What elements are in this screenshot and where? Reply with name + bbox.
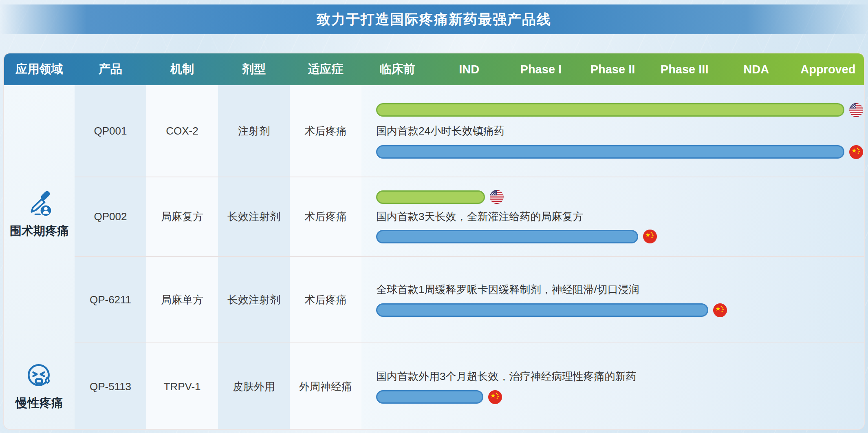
table-row-qp002: QP002 局麻复方 长效注射剂 术后疼痛 国内首款3天长效，全新灌注给药的局麻… bbox=[75, 177, 865, 256]
product-cell: QP001 bbox=[75, 85, 146, 177]
cn-flag-icon bbox=[849, 145, 863, 159]
title-banner: 致力于打造国际疼痛新药最强产品线 bbox=[0, 4, 868, 34]
progress-bar-cn bbox=[376, 230, 638, 243]
progress-bar-cn bbox=[376, 390, 483, 404]
table-row-qp001: QP001 COX-2 注射剂 术后疼痛 国内首款24小时长效镇痛药 bbox=[75, 85, 865, 177]
progress-bar-cn bbox=[376, 145, 844, 159]
table-header-row: 应用领域 产品 机制 剂型 适应症 临床前 IND Phase I Phase … bbox=[4, 53, 864, 85]
application-field-column: 围术期疼痛 慢性疼痛 bbox=[4, 85, 75, 430]
cn-flag-icon bbox=[643, 230, 657, 243]
product-description: 国内首款外用3个月超长效，治疗神经病理性疼痛的新药 bbox=[376, 369, 863, 384]
mechanism-cell: 局麻复方 bbox=[146, 177, 218, 256]
crying-face-icon bbox=[25, 361, 54, 390]
product-description: 国内首款3天长效，全新灌注给药的局麻复方 bbox=[376, 210, 863, 224]
dosage-form-cell: 注射剂 bbox=[218, 85, 290, 177]
product-cell: QP002 bbox=[75, 177, 146, 256]
mechanism-cell: TRPV-1 bbox=[146, 343, 218, 430]
table-body: 围术期疼痛 慢性疼痛 QP001 COX-2 注射剂 术后疼痛 bbox=[4, 85, 864, 430]
pipeline-rows: QP001 COX-2 注射剂 术后疼痛 国内首款24小时长效镇痛药 bbox=[75, 85, 865, 430]
indication-cell: 术后疼痛 bbox=[290, 85, 361, 177]
group-perioperative-pain: 围术期疼痛 bbox=[4, 85, 75, 342]
product-description: 全球首款1周缓释罗哌卡因缓释制剂，神经阻滞/切口浸润 bbox=[376, 283, 863, 297]
table-row-qp6211: QP-6211 局麻单方 长效注射剂 术后疼痛 全球首款1周缓释罗哌卡因缓释制剂… bbox=[75, 256, 865, 342]
progress-bar-cn bbox=[376, 303, 708, 317]
header-cell-application-field: 应用领域 bbox=[4, 61, 75, 77]
mechanism-cell: COX-2 bbox=[146, 85, 218, 177]
page-title: 致力于打造国际疼痛新药最强产品线 bbox=[317, 10, 551, 29]
group-label: 慢性疼痛 bbox=[16, 395, 63, 411]
dosage-form-cell: 长效注射剂 bbox=[218, 177, 290, 256]
group-label: 围术期疼痛 bbox=[10, 223, 69, 239]
indication-cell: 外周神经痛 bbox=[290, 343, 361, 430]
mechanism-cell: 局麻单方 bbox=[146, 257, 218, 342]
progress-bar-us bbox=[376, 103, 844, 117]
product-cell: QP-6211 bbox=[75, 257, 146, 342]
timeline-cell: 全球首款1周缓释罗哌卡因缓释制剂，神经阻滞/切口浸润 bbox=[361, 257, 865, 342]
header-cell-approved: Approved bbox=[792, 63, 864, 76]
timeline-cell: 国内首款外用3个月超长效，治疗神经病理性疼痛的新药 bbox=[361, 343, 865, 430]
header-cell-phase3: Phase III bbox=[649, 63, 720, 76]
product-description: 国内首款24小时长效镇痛药 bbox=[376, 124, 863, 138]
progress-bar-us bbox=[376, 190, 485, 204]
header-cell-indication: 适应症 bbox=[290, 61, 361, 77]
header-cell-phase1: Phase I bbox=[505, 63, 577, 76]
us-flag-icon bbox=[849, 103, 863, 117]
timeline-cell: 国内首款24小时长效镇痛药 bbox=[361, 85, 865, 177]
timeline-cell: 国内首款3天长效，全新灌注给药的局麻复方 bbox=[361, 177, 865, 256]
indication-cell: 术后疼痛 bbox=[290, 177, 361, 256]
progress-bar-line-us bbox=[376, 190, 863, 204]
cn-flag-icon bbox=[488, 390, 502, 404]
progress-bar-line-cn bbox=[376, 390, 863, 404]
progress-bar-line-cn bbox=[376, 230, 863, 243]
group-chronic-pain: 慢性疼痛 bbox=[4, 342, 75, 430]
dosage-form-cell: 皮肤外用 bbox=[218, 343, 290, 430]
header-cell-nda: NDA bbox=[720, 63, 792, 76]
pipeline-table: 应用领域 产品 机制 剂型 适应症 临床前 IND Phase I Phase … bbox=[3, 53, 865, 430]
dosage-form-cell: 长效注射剂 bbox=[218, 257, 290, 342]
progress-bar-line-cn bbox=[376, 303, 863, 317]
header-cell-product: 产品 bbox=[75, 61, 146, 77]
cn-flag-icon bbox=[713, 303, 727, 317]
table-row-qp5113: QP-5113 TRPV-1 皮肤外用 外周神经痛 国内首款外用3个月超长效，治… bbox=[75, 342, 865, 430]
indication-cell: 术后疼痛 bbox=[290, 257, 361, 342]
header-cell-preclinical: 临床前 bbox=[361, 61, 433, 77]
header-cell-mechanism: 机制 bbox=[146, 61, 218, 77]
us-flag-icon bbox=[490, 190, 504, 204]
scalpel-user-icon bbox=[25, 189, 54, 218]
header-cell-ind: IND bbox=[433, 63, 505, 76]
product-cell: QP-5113 bbox=[75, 343, 146, 430]
progress-bar-line-us bbox=[376, 103, 863, 117]
progress-bar-line-cn bbox=[376, 145, 863, 159]
header-cell-phase2: Phase II bbox=[577, 63, 648, 76]
header-cell-dosage-form: 剂型 bbox=[218, 61, 290, 77]
